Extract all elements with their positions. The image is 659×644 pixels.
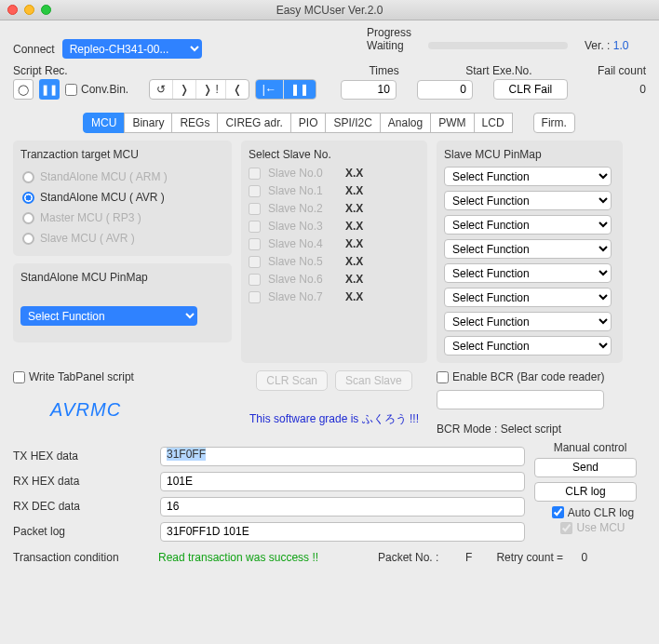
slave-pin-select-7[interactable]: Select Function [444,336,612,356]
slave-pin-select-0[interactable]: Select Function [444,167,612,186]
group-slave: Select Slave No. Slave No.0X.XSlave No.1… [241,141,427,363]
radio-avr[interactable]: StandAlone MCU ( AVR ) [22,191,222,204]
write-tab-checkbox[interactable]: Write TabPanel script [13,370,134,383]
group-slave-pin: Slave MCU PinMap Select FunctionSelect F… [437,141,623,363]
group-slave-pin-title: Slave MCU PinMap [444,148,615,161]
rx-dec-label: RX DEC data [13,500,153,513]
auto-clr-checkbox[interactable]: Auto CLR log [552,506,634,519]
fail-count-label: Fail count [572,64,646,77]
progress-status: Waiting [367,39,411,52]
slave-row-3[interactable]: Slave No.3X.X [249,220,420,233]
packet-no-label: Packet No. : [378,551,438,564]
tab-mcu[interactable]: MCU [83,113,125,133]
slave-check-6[interactable] [249,274,261,286]
slave-check-5[interactable] [249,256,261,268]
scan-slave-button[interactable]: Scan Slave [335,370,412,391]
bcr-input[interactable] [437,390,604,409]
tab-regs[interactable]: REGs [171,113,218,133]
record-button[interactable]: ◯ [13,79,34,100]
rewind-controls[interactable]: |← ❚❚ [255,79,316,100]
bcr-mode-label: BCR Mode : Select script [437,423,623,436]
window-title: Easy MCUser Ver.2.0 [0,4,659,17]
enable-bcr-checkbox[interactable]: Enable BCR (Bar code reader) [437,370,604,383]
trans-cond-value: Read transaction was success !! [158,551,372,564]
clr-fail-button[interactable]: CLR Fail [493,79,568,100]
titlebar: Easy MCUser Ver.2.0 [0,0,659,20]
version-label: Ver. : 1.0 [585,39,628,52]
tab-cireg[interactable]: CIREG adr. [217,113,290,133]
pause-button[interactable]: ❚❚ [39,79,60,100]
slave-row-1[interactable]: Slave No.1X.X [249,184,420,197]
connect-label: Connect [13,43,55,56]
slave-row-2[interactable]: Slave No.2X.X [249,202,420,215]
packet-log-input[interactable] [160,522,525,542]
group-pinmap-title: StandAlone MCU PinMap [20,271,224,284]
slave-check-4[interactable] [249,238,261,250]
group-slave-title: Select Slave No. [249,148,420,161]
retry-label: Retry count = [496,551,563,564]
clr-log-button[interactable]: CLR log [534,482,637,502]
clr-scan-button[interactable]: CLR Scan [256,370,328,391]
step-controls[interactable]: ↺ ❭ ❭ ! ❬ [149,79,249,100]
loop-icon[interactable]: ↺ [150,80,173,99]
slave-pin-select-1[interactable]: Select Function [444,191,612,210]
slave-check-2[interactable] [249,203,261,215]
progress-label: Progress [367,26,411,39]
step-stop-icon[interactable]: ❭ ! [196,80,226,99]
pause2-icon[interactable]: ❚❚ [284,80,316,99]
tab-firm[interactable]: Firm. [533,113,575,133]
packet-log-label: Packet log [13,525,153,538]
start-exe-label: Start Exe.No. [465,64,549,77]
tabbar: MCU Binary REGs CIREG adr. PIO SPI/I2C A… [13,113,646,133]
slave-row-6[interactable]: Slave No.6X.X [249,273,420,286]
step-back-icon[interactable]: ❬ [226,80,249,99]
manual-title: Manual control [534,441,646,454]
slave-pin-select-2[interactable]: Select Function [444,215,612,235]
avrmc-label: AVRMC [50,399,232,421]
radio-arm[interactable]: StandAlone MCU ( ARM ) [22,170,222,183]
tab-pio[interactable]: PIO [290,113,327,133]
tx-hex-label: TX HEX data [13,449,153,463]
conv-bin-checkbox[interactable]: Conv.Bin. [65,83,128,96]
pinmap-select[interactable]: Select Function [20,306,197,326]
connect-select[interactable]: Repleo-CH341-00... [62,39,202,59]
slave-check-0[interactable] [249,168,261,180]
tab-analog[interactable]: Analog [380,113,431,133]
slave-pin-select-6[interactable]: Select Function [444,312,612,331]
use-mcu-checkbox[interactable]: Use MCU [560,521,625,534]
rewind-icon[interactable]: |← [256,80,284,99]
start-exe-input[interactable] [417,80,473,100]
step-fwd-icon[interactable]: ❭ [173,80,196,99]
trans-cond-label: Transaction condition [13,551,153,564]
tab-binary[interactable]: Binary [124,113,172,133]
times-label: Times [369,64,443,77]
tab-spi[interactable]: SPI/I2C [325,113,380,133]
tab-lcd[interactable]: LCD [474,113,513,133]
slave-pin-select-3[interactable]: Select Function [444,239,612,259]
fail-count-value: 0 [618,83,646,96]
send-button[interactable]: Send [534,458,637,477]
script-rec-label: Script Rec. [13,64,68,77]
slave-check-3[interactable] [249,221,261,233]
radio-slave-avr[interactable]: Slave MCU ( AVR ) [22,232,222,245]
tx-hex-input[interactable]: 31F0FF [160,447,525,466]
rx-hex-label: RX HEX data [13,475,153,488]
software-grade: This software grade is ふくろう !!! [241,411,427,427]
slave-row-0[interactable]: Slave No.0X.X [249,167,420,180]
slave-row-7[interactable]: Slave No.7X.X [249,290,420,303]
group-target: Tranzaction target MCU StandAlone MCU ( … [13,141,232,256]
group-pinmap: StandAlone MCU PinMap Select Function [13,263,232,342]
slave-pin-select-4[interactable]: Select Function [444,263,612,283]
slave-row-5[interactable]: Slave No.5X.X [249,255,420,268]
slave-check-7[interactable] [249,291,261,303]
rx-hex-input[interactable] [160,472,525,491]
progress-bar [428,42,568,49]
radio-rp3[interactable]: Master MCU ( RP3 ) [22,211,222,224]
group-target-title: Tranzaction target MCU [20,148,224,161]
tab-pwm[interactable]: PWM [430,113,474,133]
rx-dec-input[interactable] [160,497,525,517]
slave-check-1[interactable] [249,185,261,197]
slave-row-4[interactable]: Slave No.4X.X [249,237,420,250]
times-input[interactable] [341,80,397,100]
slave-pin-select-5[interactable]: Select Function [444,288,612,307]
